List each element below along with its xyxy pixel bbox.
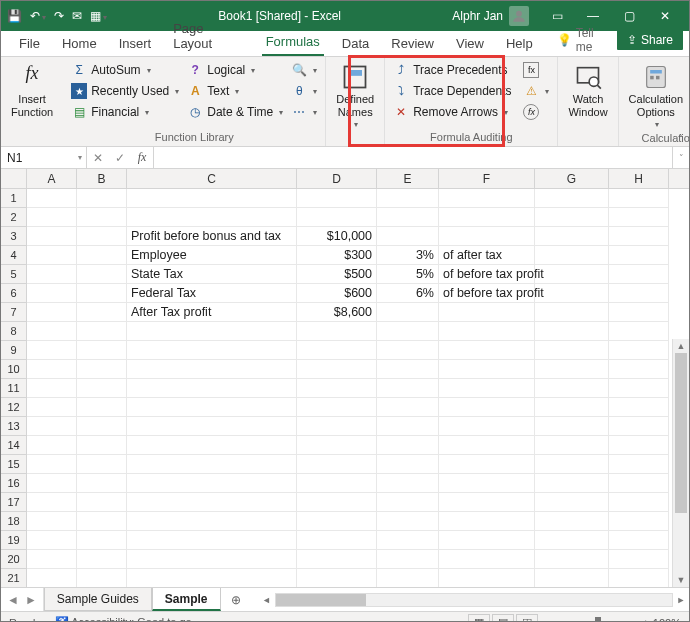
cell-E9[interactable] bbox=[377, 341, 439, 360]
cell-C16[interactable] bbox=[127, 474, 297, 493]
cell-F5[interactable]: of before tax profit bbox=[439, 265, 535, 284]
select-all-corner[interactable] bbox=[1, 169, 27, 188]
cell-C7[interactable]: After Tax profit bbox=[127, 303, 297, 322]
cell-H11[interactable] bbox=[609, 379, 669, 398]
column-header-F[interactable]: F bbox=[439, 169, 535, 188]
row-header-1[interactable]: 1 bbox=[1, 189, 27, 208]
cell-E3[interactable] bbox=[377, 227, 439, 246]
row-header-11[interactable]: 11 bbox=[1, 379, 27, 398]
cell-A17[interactable] bbox=[27, 493, 77, 512]
scroll-up-icon[interactable]: ▲ bbox=[673, 339, 689, 353]
cell-F3[interactable] bbox=[439, 227, 535, 246]
cell-B16[interactable] bbox=[77, 474, 127, 493]
user-area[interactable]: Alphr Jan bbox=[452, 6, 529, 26]
cell-D19[interactable] bbox=[297, 531, 377, 550]
tell-me-button[interactable]: 💡 Tell me bbox=[551, 24, 615, 56]
tab-data[interactable]: Data bbox=[338, 31, 373, 56]
cell-C6[interactable]: Federal Tax bbox=[127, 284, 297, 303]
more-functions-button[interactable]: ⋯▾ bbox=[289, 103, 319, 121]
cell-F13[interactable] bbox=[439, 417, 535, 436]
evaluate-formula-button[interactable]: fx bbox=[521, 103, 551, 121]
cell-G6[interactable] bbox=[535, 284, 609, 303]
cell-A19[interactable] bbox=[27, 531, 77, 550]
cell-E14[interactable] bbox=[377, 436, 439, 455]
column-header-D[interactable]: D bbox=[297, 169, 377, 188]
recently-used-button[interactable]: ★Recently Used▾ bbox=[69, 82, 181, 100]
trace-precedents-button[interactable]: ⤴Trace Precedents bbox=[391, 61, 513, 79]
cell-H6[interactable] bbox=[609, 284, 669, 303]
scroll-left-icon[interactable]: ◄ bbox=[259, 595, 275, 605]
row-header-8[interactable]: 8 bbox=[1, 322, 27, 341]
row-header-13[interactable]: 13 bbox=[1, 417, 27, 436]
cell-F4[interactable]: of after tax bbox=[439, 246, 535, 265]
cell-H8[interactable] bbox=[609, 322, 669, 341]
cell-A18[interactable] bbox=[27, 512, 77, 531]
column-header-C[interactable]: C bbox=[127, 169, 297, 188]
tab-view[interactable]: View bbox=[452, 31, 488, 56]
cell-C10[interactable] bbox=[127, 360, 297, 379]
cell-C5[interactable]: State Tax bbox=[127, 265, 297, 284]
cell-B14[interactable] bbox=[77, 436, 127, 455]
cell-C17[interactable] bbox=[127, 493, 297, 512]
tab-review[interactable]: Review bbox=[387, 31, 438, 56]
cell-A16[interactable] bbox=[27, 474, 77, 493]
cell-G10[interactable] bbox=[535, 360, 609, 379]
cell-F9[interactable] bbox=[439, 341, 535, 360]
tab-insert[interactable]: Insert bbox=[115, 31, 156, 56]
cell-E4[interactable]: 3% bbox=[377, 246, 439, 265]
cell-E11[interactable] bbox=[377, 379, 439, 398]
row-header-17[interactable]: 17 bbox=[1, 493, 27, 512]
cell-F17[interactable] bbox=[439, 493, 535, 512]
cell-G14[interactable] bbox=[535, 436, 609, 455]
row-header-18[interactable]: 18 bbox=[1, 512, 27, 531]
cell-C20[interactable] bbox=[127, 550, 297, 569]
cell-A7[interactable] bbox=[27, 303, 77, 322]
cell-H10[interactable] bbox=[609, 360, 669, 379]
show-formulas-button[interactable]: fx bbox=[521, 61, 551, 79]
cell-H4[interactable] bbox=[609, 246, 669, 265]
cell-H7[interactable] bbox=[609, 303, 669, 322]
cell-F10[interactable] bbox=[439, 360, 535, 379]
cell-G1[interactable] bbox=[535, 189, 609, 208]
tab-formulas[interactable]: Formulas bbox=[262, 29, 324, 56]
cell-F11[interactable] bbox=[439, 379, 535, 398]
table-icon[interactable]: ▦▾ bbox=[90, 9, 107, 23]
tab-home[interactable]: Home bbox=[58, 31, 101, 56]
column-header-A[interactable]: A bbox=[27, 169, 77, 188]
cell-G11[interactable] bbox=[535, 379, 609, 398]
cell-G5[interactable] bbox=[535, 265, 609, 284]
watch-window-button[interactable]: Watch Window bbox=[564, 61, 611, 120]
page-layout-view-button[interactable]: ▤ bbox=[492, 614, 514, 622]
tab-file[interactable]: File bbox=[15, 31, 44, 56]
math-trig-button[interactable]: θ▾ bbox=[289, 82, 319, 100]
cell-E13[interactable] bbox=[377, 417, 439, 436]
cell-D3[interactable]: $10,000 bbox=[297, 227, 377, 246]
cell-G17[interactable] bbox=[535, 493, 609, 512]
cell-B7[interactable] bbox=[77, 303, 127, 322]
cell-C21[interactable] bbox=[127, 569, 297, 587]
zoom-out-button[interactable]: − bbox=[548, 617, 554, 623]
trace-dependents-button[interactable]: ⤵Trace Dependents bbox=[391, 82, 513, 100]
column-header-H[interactable]: H bbox=[609, 169, 669, 188]
cell-B3[interactable] bbox=[77, 227, 127, 246]
remove-arrows-button[interactable]: ✕Remove Arrows▾ bbox=[391, 103, 513, 121]
cell-D18[interactable] bbox=[297, 512, 377, 531]
cell-A10[interactable] bbox=[27, 360, 77, 379]
email-icon[interactable]: ✉ bbox=[72, 9, 82, 23]
cell-D15[interactable] bbox=[297, 455, 377, 474]
cell-G21[interactable] bbox=[535, 569, 609, 587]
cell-B9[interactable] bbox=[77, 341, 127, 360]
cell-G15[interactable] bbox=[535, 455, 609, 474]
accessibility-status[interactable]: ♿ Accessibility: Good to go bbox=[55, 616, 192, 622]
cell-E6[interactable]: 6% bbox=[377, 284, 439, 303]
row-header-15[interactable]: 15 bbox=[1, 455, 27, 474]
cell-B6[interactable] bbox=[77, 284, 127, 303]
row-header-14[interactable]: 14 bbox=[1, 436, 27, 455]
hscroll-thumb[interactable] bbox=[276, 594, 366, 606]
row-header-4[interactable]: 4 bbox=[1, 246, 27, 265]
cell-G2[interactable] bbox=[535, 208, 609, 227]
cell-H13[interactable] bbox=[609, 417, 669, 436]
autosum-button[interactable]: ΣAutoSum▾ bbox=[69, 61, 181, 79]
cell-A2[interactable] bbox=[27, 208, 77, 227]
row-header-3[interactable]: 3 bbox=[1, 227, 27, 246]
